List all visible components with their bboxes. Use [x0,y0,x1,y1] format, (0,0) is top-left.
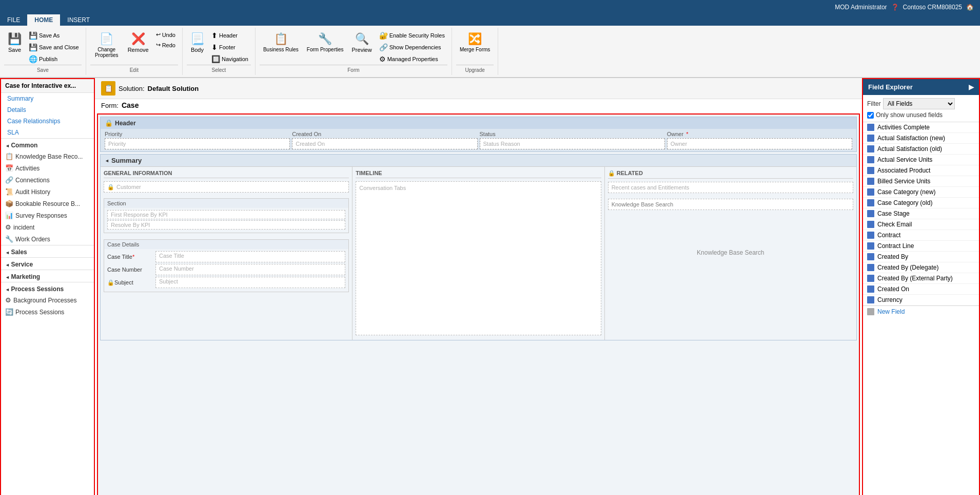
field-list-item[interactable]: Case Stage [863,208,979,219]
filter-select[interactable]: All Fields [883,98,955,109]
summary-columns: GENERAL INFORMATION 🔒 Customer Section F… [101,167,856,340]
nav-section-marketing: Marketing [1,270,94,282]
tab-home[interactable]: HOME [27,14,60,26]
nav-section-process: Process Sessions [1,282,94,294]
publish-button[interactable]: 🌐 Publish [26,53,82,65]
field-list-item[interactable]: Created By (Delegate) [863,262,979,273]
tab-file[interactable]: FILE [0,14,27,26]
save-and-close-button[interactable]: 💾 Save and Close [26,42,82,53]
field-list-item[interactable]: Case Category (old) [863,198,979,208]
field-list-item[interactable]: Actual Satisfaction (old) [863,144,979,155]
new-field-icon [867,308,874,315]
priority-input[interactable]: Priority [105,138,290,149]
field-item-icon [867,232,874,239]
nav-item-incident[interactable]: ⚙ incident [1,221,94,233]
incident-icon: ⚙ [5,223,11,231]
created-on-input[interactable]: Created On [292,138,477,149]
new-field-item[interactable]: New Field [863,306,979,317]
enable-security-button[interactable]: 🔐 Enable Security Roles [377,30,447,41]
nav-item-connections[interactable]: 🔗 Connections [1,174,94,186]
nav-item-survey-responses[interactable]: 📊 Survey Responses [1,210,94,221]
owner-input[interactable]: Owner [667,138,852,149]
managed-properties-button[interactable]: ⚙ Managed Properties [377,53,447,65]
field-item-label: Case Category (old) [877,199,932,206]
recent-cases-field[interactable]: Recent cases and Entitlements [608,182,853,193]
field-list-item[interactable]: Associated Product [863,165,979,176]
redo-button[interactable]: ↪ Redo [153,40,178,50]
preview-button[interactable]: 🔍 Preview [348,30,376,55]
connections-icon: 🔗 [5,176,13,184]
remove-button[interactable]: ❌ Remove [124,30,152,55]
field-list-item[interactable]: Actual Satisfaction (new) [863,133,979,144]
field-list-item[interactable]: Billed Service Units [863,176,979,187]
footer-button[interactable]: ⬇ Footer [209,42,251,53]
field-explorer-title: Field Explorer [868,83,913,91]
nav-item-activities[interactable]: 📅 Activities [1,162,94,174]
field-list-item[interactable]: Created By [863,252,979,262]
nav-section-service: Service [1,257,94,270]
field-list-item[interactable]: Currency [863,295,979,306]
field-list-item[interactable]: Actual Service Units [863,155,979,165]
nav-title: Case for Interactive ex... [1,79,94,93]
status-input[interactable]: Status Reason [480,138,665,149]
home-icon[interactable]: 🏠 [966,4,974,11]
new-field-label: New Field [877,308,905,315]
field-list-item[interactable]: Contract Line [863,241,979,252]
business-rules-button[interactable]: 📋 Business Rules [260,30,302,55]
field-item-icon [867,199,874,206]
field-item-icon [867,188,874,196]
nav-link-sla[interactable]: SLA [1,127,94,138]
nav-item-work-orders[interactable]: 🔧 Work Orders [1,233,94,245]
change-properties-button[interactable]: 📄 Change Properties [90,30,123,61]
activities-icon: 📅 [5,164,13,172]
field-item-icon [867,242,874,250]
subject-input[interactable]: Subject [155,277,345,288]
nav-link-summary[interactable]: Summary [1,93,94,104]
field-list-item[interactable]: Check Email [863,219,979,230]
tab-insert[interactable]: INSERT [60,14,97,26]
nav-item-kb-reco[interactable]: 📋 Knowledge Base Reco... [1,150,94,162]
field-list-item[interactable]: Created On [863,284,979,295]
save-button[interactable]: 💾 Save [4,30,25,55]
save-as-button[interactable]: 💾 Save As [26,30,82,41]
unused-fields-checkbox[interactable] [867,112,874,119]
body-button[interactable]: 📃 Body [187,30,208,55]
field-list-item[interactable]: Activities Complete [863,122,979,133]
nav-link-details[interactable]: Details [1,104,94,116]
form-group-items: 📋 Business Rules 🔧 Form Properties 🔍 Pre… [260,30,447,65]
merge-forms-button[interactable]: 🔀 Merge Forms [456,30,494,55]
field-list-item[interactable]: Contract [863,230,979,241]
kb-search-top[interactable]: Knowledge Base Search [608,199,853,210]
nav-item-process-sessions[interactable]: 🔄 Process Sessions [1,306,94,318]
resolve-by-kpi-field[interactable]: Resolve By KPI [107,220,345,230]
form-small-stack: 🔐 Enable Security Roles 🔗 Show Dependenc… [377,30,447,65]
help-icon[interactable]: ❓ [891,4,899,11]
nav-link-case-relationships[interactable]: Case Relationships [1,116,94,127]
nav-item-bookable-resource[interactable]: 📦 Bookable Resource B... [1,198,94,210]
upgrade-group-label: Upgrade [456,65,494,73]
show-dependencies-button[interactable]: 🔗 Show Dependencies [377,42,447,53]
undo-button[interactable]: ↩ Undo [153,30,178,40]
edit-group-label: Edit [90,65,178,73]
case-number-input[interactable]: Case Number [155,264,345,275]
field-item-label: Created By (Delegate) [877,264,938,271]
form-properties-button[interactable]: 🔧 Form Properties [303,30,347,55]
section-box: Section First Response By KPI Resolve By… [104,198,349,233]
case-number-row: Case Number Case Number [107,264,345,275]
navigation-button[interactable]: 🔲 Navigation [209,53,251,65]
field-item-icon [867,296,874,303]
conversation-tabs-field[interactable]: Conversation Tabs [356,181,601,335]
case-title-input[interactable]: Case Title [155,251,345,262]
header-button[interactable]: ⬆ Header [209,30,251,41]
nav-item-bg-processes[interactable]: ⚙ Background Processes [1,294,94,306]
field-list-item[interactable]: Case Category (new) [863,187,979,198]
select-group-label: Select [187,65,251,73]
subject-row: 🔒 Subject Subject [107,277,345,288]
field-list-item[interactable]: Created By (External Party) [863,273,979,284]
field-explorer-expand-icon[interactable]: ▶ [969,83,974,91]
case-title-row: Case Title * Case Title [107,251,345,262]
customer-field[interactable]: 🔒 Customer [104,181,349,193]
ribbon-group-edit: 📄 Change Properties ❌ Remove ↩ Undo ↪ Re… [86,28,183,75]
first-response-kpi-field[interactable]: First Response By KPI [107,210,345,219]
nav-item-audit-history[interactable]: 📜 Audit History [1,186,94,198]
